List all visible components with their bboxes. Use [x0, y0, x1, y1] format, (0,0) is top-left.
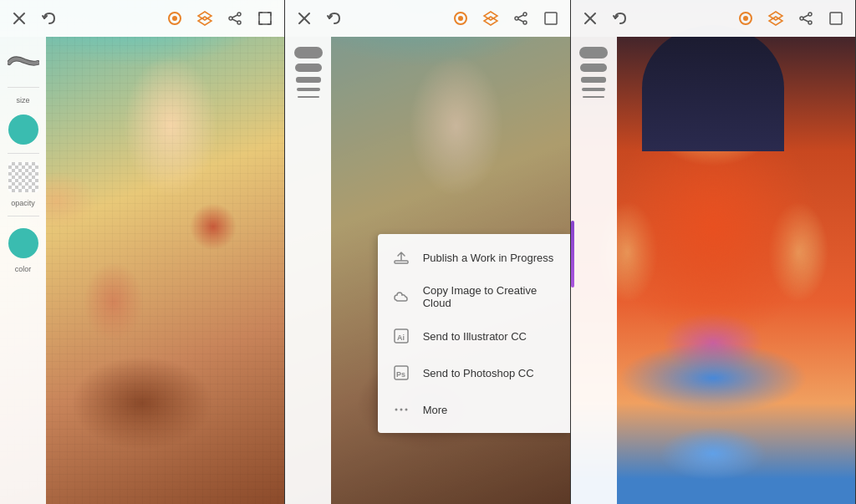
expand-icon-2[interactable] [542, 9, 560, 28]
svg-point-32 [405, 409, 407, 411]
svg-point-20 [523, 21, 527, 24]
menu-item-cloud[interactable]: Copy Image to Creative Cloud [378, 276, 570, 318]
svg-rect-24 [395, 261, 408, 263]
menu-item-illustrator[interactable]: Ai Send to Illustrator CC [378, 318, 570, 354]
share-icon-3[interactable] [797, 9, 815, 28]
layers-icon-2[interactable] [482, 9, 500, 28]
svg-point-36 [743, 16, 748, 21]
size-line-3-s [582, 88, 605, 91]
svg-marker-37 [769, 12, 782, 20]
brush-size-panel-3 [571, 37, 617, 504]
publish-icon [391, 247, 411, 267]
menu-label-more: More [423, 404, 448, 416]
menu-label-publish: Publish a Work in Progress [423, 252, 554, 264]
toolbar-left-3 [581, 9, 629, 28]
brush-icon-2[interactable] [451, 9, 470, 28]
toolbar-left-1 [10, 9, 59, 28]
photoshop-icon: Ps [391, 363, 411, 383]
undo-button-1[interactable] [40, 9, 59, 28]
menu-label-illustrator: Send to Illustrator CC [423, 330, 527, 343]
color-circle-2[interactable] [8, 228, 38, 258]
panel-2: Publish a Work in Progress Copy Image to… [285, 0, 570, 504]
size-line-xs [298, 96, 319, 98]
panel-3 [571, 0, 856, 504]
share-icon-1[interactable] [226, 9, 244, 28]
svg-point-18 [523, 13, 527, 16]
color-circle-1[interactable] [8, 115, 38, 145]
menu-item-publish[interactable]: Publish a Work in Progress [378, 239, 570, 276]
toolbar-right-1 [166, 9, 274, 28]
undo-button-2[interactable] [325, 9, 344, 28]
more-icon [391, 400, 411, 420]
svg-point-41 [808, 21, 812, 24]
layers-icon-3[interactable] [767, 9, 785, 28]
svg-point-7 [229, 17, 232, 20]
svg-marker-38 [769, 17, 782, 25]
divider-2 [8, 153, 39, 154]
menu-item-photoshop[interactable]: Ps Send to Photoshop CC [378, 354, 570, 391]
brush-icon-1[interactable] [166, 9, 184, 28]
share-context-menu: Publish a Work in Progress Copy Image to… [378, 234, 570, 433]
svg-point-30 [395, 409, 397, 411]
undo-button-3[interactable] [611, 9, 629, 28]
cloud-icon [391, 287, 411, 307]
tools-panel-1: size opacity color [0, 37, 46, 504]
close-button-2[interactable] [295, 9, 313, 28]
share-icon-2[interactable] [512, 9, 530, 28]
svg-rect-11 [259, 13, 271, 24]
brush-preview-1[interactable] [8, 47, 39, 79]
size-line-l [295, 64, 322, 72]
svg-point-19 [515, 17, 518, 20]
svg-point-8 [237, 21, 241, 24]
color-accent-bar [571, 221, 574, 288]
divider-1 [8, 87, 39, 88]
divider-3 [8, 216, 39, 216]
size-line-3-l [580, 64, 607, 72]
svg-point-40 [800, 17, 803, 20]
svg-line-21 [518, 15, 523, 18]
svg-text:Ps: Ps [396, 370, 405, 379]
size-line-3-xs [583, 96, 604, 98]
menu-item-more[interactable]: More [378, 391, 570, 428]
svg-point-31 [400, 409, 402, 411]
svg-line-22 [518, 19, 523, 22]
svg-marker-17 [484, 17, 497, 25]
panel-1: size opacity color [0, 0, 285, 504]
toolbar-right-2 [451, 9, 560, 28]
close-button-3[interactable] [581, 9, 599, 28]
expand-icon-3[interactable] [827, 9, 845, 28]
brush-size-panel-2 [285, 37, 331, 504]
size-line-3-m [581, 77, 606, 83]
toolbar-2 [285, 0, 569, 37]
toolbar-1 [0, 0, 284, 37]
menu-label-photoshop: Send to Photoshop CC [423, 367, 534, 379]
size-label: size [16, 96, 29, 104]
svg-marker-5 [198, 17, 211, 25]
svg-rect-23 [545, 13, 557, 24]
size-line-s [297, 88, 320, 91]
opacity-label: opacity [11, 199, 35, 207]
svg-marker-4 [198, 12, 211, 20]
toolbar-left-2 [295, 9, 344, 28]
svg-point-39 [808, 13, 812, 16]
size-line-m [296, 77, 321, 83]
svg-point-6 [237, 13, 241, 16]
menu-label-cloud: Copy Image to Creative Cloud [423, 284, 557, 309]
color-label: color [15, 265, 32, 273]
size-line-xl [294, 47, 323, 59]
opacity-preview-1[interactable] [8, 162, 38, 192]
close-button-1[interactable] [10, 9, 28, 28]
svg-line-9 [232, 15, 237, 18]
toolbar-right-3 [736, 9, 845, 28]
svg-point-3 [172, 16, 177, 21]
illustrator-icon: Ai [391, 326, 411, 346]
expand-icon-1[interactable] [256, 9, 274, 28]
svg-line-42 [803, 15, 808, 18]
svg-line-10 [232, 19, 237, 22]
brush-icon-3[interactable] [736, 9, 755, 28]
toolbar-3 [571, 0, 855, 37]
size-line-3-xl [579, 47, 608, 59]
svg-line-43 [803, 19, 808, 22]
layers-icon-1[interactable] [196, 9, 214, 28]
svg-rect-44 [830, 13, 842, 24]
